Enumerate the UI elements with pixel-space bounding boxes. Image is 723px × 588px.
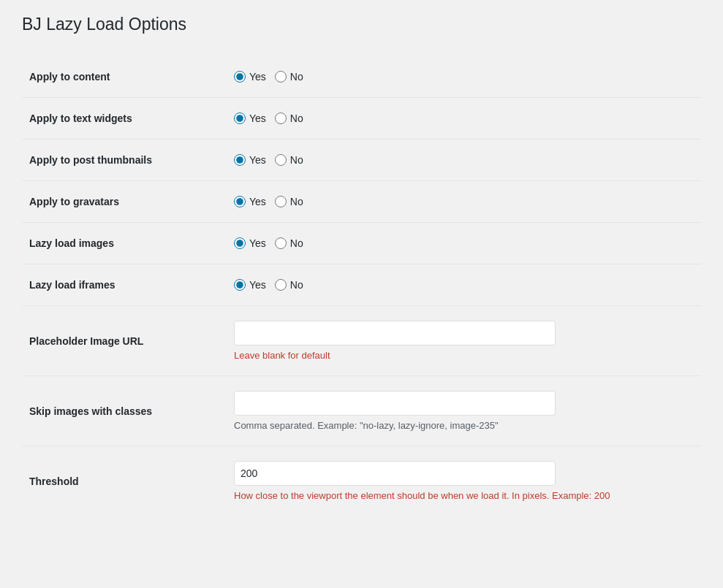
radio-no-label-li: No [290, 237, 303, 249]
radio-input-yes-apply-to-gravatars[interactable] [234, 196, 246, 207]
radio-input-yes-apply-to-post-thumbnails[interactable] [234, 154, 246, 166]
radio-yes-label-li: Yes [249, 237, 266, 249]
radio-yes-apply-to-gravatars[interactable]: Yes [234, 196, 266, 207]
option-label-apply-to-gravatars: Apply to gravatars [29, 196, 119, 207]
threshold-group: How close to the viewport the element sh… [234, 461, 694, 501]
option-row-apply-to-post-thumbnails: Apply to post thumbnails Yes No [22, 140, 701, 181]
option-label-lazy-load-iframes: Lazy load iframes [29, 279, 116, 291]
radio-no-label-lif: No [290, 279, 303, 291]
radio-yes-label-tw: Yes [249, 112, 266, 124]
radio-yes-label-lif: Yes [249, 279, 266, 291]
skip-images-classes-group: Comma separated. Example: "no-lazy, lazy… [234, 391, 694, 431]
threshold-hint: How close to the viewport the element sh… [234, 490, 694, 501]
option-row-apply-to-content: Apply to content Yes No [22, 56, 701, 98]
radio-input-yes-lazy-load-iframes[interactable] [234, 279, 246, 291]
options-table: Apply to content Yes No Apply to tex [22, 56, 701, 516]
radio-input-yes-lazy-load-images[interactable] [234, 237, 246, 249]
radio-yes-label: Yes [249, 71, 266, 83]
radio-input-no-apply-to-text-widgets[interactable] [275, 112, 287, 124]
radio-yes-lazy-load-iframes[interactable]: Yes [234, 279, 266, 291]
option-label-placeholder-image-url: Placeholder Image URL [29, 335, 143, 347]
radio-group-lazy-load-iframes: Yes No [234, 279, 694, 291]
option-label-apply-to-content: Apply to content [29, 71, 110, 83]
radio-group-apply-to-content: Yes No [234, 71, 694, 83]
option-label-apply-to-text-widgets: Apply to text widgets [29, 112, 132, 124]
radio-group-apply-to-text-widgets: Yes No [234, 112, 694, 124]
option-label-threshold: Threshold [29, 476, 79, 487]
radio-no-apply-to-post-thumbnails[interactable]: No [275, 154, 303, 166]
radio-group-apply-to-post-thumbnails: Yes No [234, 154, 694, 166]
radio-no-lazy-load-images[interactable]: No [275, 237, 303, 249]
radio-input-no-apply-to-post-thumbnails[interactable] [275, 154, 287, 166]
radio-group-apply-to-gravatars: Yes No [234, 196, 694, 207]
radio-group-lazy-load-images: Yes No [234, 237, 694, 249]
radio-input-no-lazy-load-iframes[interactable] [275, 279, 287, 291]
option-row-apply-to-gravatars: Apply to gravatars Yes No [22, 181, 701, 223]
radio-no-apply-to-gravatars[interactable]: No [275, 196, 303, 207]
option-row-apply-to-text-widgets: Apply to text widgets Yes No [22, 98, 701, 140]
radio-yes-apply-to-content[interactable]: Yes [234, 71, 266, 83]
radio-no-label-tw: No [290, 112, 303, 124]
page-title: BJ Lazy Load Options [22, 15, 701, 42]
radio-yes-label-pt: Yes [249, 154, 266, 166]
option-row-skip-images-classes: Skip images with classes Comma separated… [22, 376, 701, 446]
option-row-threshold: Threshold How close to the viewport the … [22, 446, 701, 516]
skip-images-classes-hint: Comma separated. Example: "no-lazy, lazy… [234, 420, 694, 431]
radio-input-no-apply-to-gravatars[interactable] [275, 196, 287, 207]
radio-no-apply-to-text-widgets[interactable]: No [275, 112, 303, 124]
option-row-lazy-load-iframes: Lazy load iframes Yes No [22, 264, 701, 306]
radio-no-apply-to-content[interactable]: No [275, 71, 303, 83]
option-row-lazy-load-images: Lazy load images Yes No [22, 223, 701, 264]
option-label-lazy-load-images: Lazy load images [29, 237, 114, 249]
skip-images-classes-input[interactable] [234, 391, 556, 416]
placeholder-image-url-input[interactable] [234, 321, 556, 345]
option-label-apply-to-post-thumbnails: Apply to post thumbnails [29, 154, 152, 166]
radio-yes-label-g: Yes [249, 196, 266, 207]
radio-no-label: No [290, 71, 303, 83]
radio-input-yes-apply-to-text-widgets[interactable] [234, 112, 246, 124]
radio-no-label-g: No [290, 196, 303, 207]
threshold-input[interactable] [234, 461, 556, 486]
placeholder-image-url-group: Leave blank for default [234, 321, 694, 361]
radio-input-yes-apply-to-content[interactable] [234, 71, 246, 83]
radio-yes-apply-to-post-thumbnails[interactable]: Yes [234, 154, 266, 166]
radio-yes-apply-to-text-widgets[interactable]: Yes [234, 112, 266, 124]
placeholder-image-url-hint: Leave blank for default [234, 350, 694, 361]
option-label-skip-images-classes: Skip images with classes [29, 405, 152, 417]
radio-input-no-apply-to-content[interactable] [275, 71, 287, 83]
radio-yes-lazy-load-images[interactable]: Yes [234, 237, 266, 249]
radio-no-lazy-load-iframes[interactable]: No [275, 279, 303, 291]
option-row-placeholder-image-url: Placeholder Image URL Leave blank for de… [22, 306, 701, 376]
radio-no-label-pt: No [290, 154, 303, 166]
radio-input-no-lazy-load-images[interactable] [275, 237, 287, 249]
